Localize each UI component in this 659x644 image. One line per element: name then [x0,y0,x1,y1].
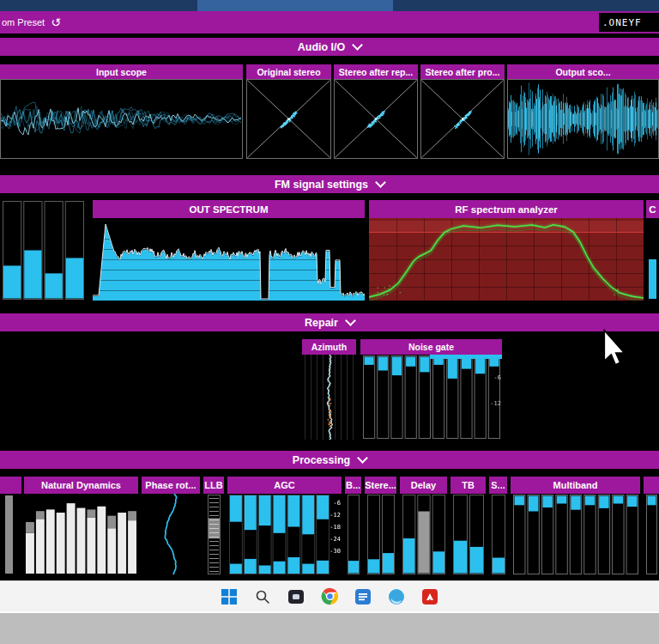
panel-input-scope-header[interactable]: Input scope [0,64,243,79]
panel-rf-analyzer-header[interactable]: RF spectrum analyzer [369,200,644,218]
panel-natural-dynamics: Natural Dynamics [24,477,138,575]
multiband-canvas [511,494,640,575]
panel-phase-rotator: Phase rot... [142,477,200,575]
panel-natural-dynamics-header[interactable]: Natural Dynamics [24,477,138,494]
input-scope-canvas [1,80,242,158]
panel-out-spectrum-body [93,218,365,301]
panel-tb-body [450,494,486,575]
panel-llb: LLB [203,477,224,575]
panel-original-stereo-body [246,79,331,159]
panel-llb-title: LLB [204,480,222,490]
section-title-audio-io: Audio I/O [298,41,346,53]
red-app-icon [421,588,438,605]
panel-proc-left-partial-body [0,494,21,575]
undo-icon[interactable]: ↺ [51,16,61,28]
panel-noise-gate-body: -6 -12 [360,355,502,440]
noise-gate-tick-label: -6 [494,375,501,381]
panel-tb-header[interactable]: TB [450,477,486,494]
taskbar-document-app-button[interactable] [352,585,375,608]
section-header-fm-signal[interactable]: FM signal settings [0,175,659,193]
rf-analyzer-canvas [369,218,644,301]
fm-left-meters-canvas [0,200,86,301]
panel-stereo-header[interactable]: Stere... [365,477,396,494]
panel-stereo-after-processing-header[interactable]: Stereo after pro... [420,64,505,79]
proc-right-meter-canvas [644,494,659,575]
panel-llb-body [203,494,224,575]
taskbar-red-app-button[interactable] [419,585,442,608]
panel-proc-left-partial-header[interactable] [0,477,21,494]
document-app-icon [354,588,372,605]
panel-azimuth-header[interactable]: Azimuth [302,339,356,355]
taskbar-dark-app-button[interactable] [285,585,308,608]
section-header-processing[interactable]: Processing [0,451,659,469]
panel-proc-right-partial-header[interactable] [644,477,659,494]
fm-right-meter-canvas [646,218,659,301]
panel-fm-right-partial-header[interactable]: C [646,200,659,218]
panel-output-scope-body [507,79,659,159]
panel-agc: AGC [227,477,342,575]
panel-stereo: Stere... [365,477,396,575]
panel-out-spectrum-title: OUT SPECTRUM [190,204,269,215]
panel-out-spectrum-header[interactable]: OUT SPECTRUM [93,200,365,218]
panel-stereo-after-processing-title: Stereo after pro... [426,67,500,77]
panel-bass-title: B... [346,480,360,490]
panel-original-stereo-title: Original stereo [257,67,320,77]
panel-delay-header[interactable]: Delay [400,477,447,494]
section-header-repair[interactable]: Repair [0,313,659,331]
app-screen: om Preset ↺ .ONEYF Audio I/O FM signal s… [0,0,659,644]
section-header-audio-io[interactable]: Audio I/O [0,38,659,56]
panel-azimuth: Azimuth [302,339,356,440]
taskbar-start-button[interactable] [218,585,241,608]
llb-canvas [203,494,224,575]
stereo-after-processing-canvas [421,80,504,158]
original-stereo-canvas [247,80,330,158]
panel-output-scope-header[interactable]: Output sco... [507,64,659,79]
panel-multiband-header[interactable]: Multiband [511,477,640,494]
panel-proc-left-partial [0,477,21,575]
panel-delay-title: Delay [411,480,436,490]
panel-multiband: Multiband [511,477,640,575]
toolbar: om Preset ↺ .ONEYF [0,11,659,33]
taskbar-chrome-button[interactable] [318,585,342,608]
taskbar-edge-button[interactable] [385,585,408,608]
taskbar-search-button[interactable] [251,585,275,608]
panel-agc-header[interactable]: AGC [227,477,342,494]
panel-fm-right-partial-body [646,218,659,301]
panel-bass-header[interactable]: B... [345,477,361,494]
panel-agc-title: AGC [274,480,294,490]
panel-proc-right-partial-body [644,494,659,575]
chevron-down-icon [345,315,356,326]
panel-azimuth-body [302,355,356,440]
bottom-strip [0,611,659,644]
window-tab [197,0,393,11]
panel-singleband: S... [489,477,507,575]
panel-llb-header[interactable]: LLB [203,477,224,494]
chrome-icon [321,587,339,605]
taskbar-icons [218,585,442,608]
chevron-down-icon [352,39,363,51]
panel-fm-left-partial-body [0,200,86,301]
agc-canvas [227,494,342,575]
singleband-meter-canvas [489,494,507,575]
natural-dynamics-canvas [24,494,138,575]
panel-stereo-after-repair-header[interactable]: Stereo after rep... [334,64,418,79]
panel-proc-right-partial [644,477,659,575]
panel-phase-rotator-header[interactable]: Phase rot... [142,477,200,494]
panel-tb-title: TB [462,480,475,490]
phase-rotator-canvas [142,494,200,575]
panel-original-stereo-header[interactable]: Original stereo [246,64,331,79]
lcd-display: .ONEYF [599,13,659,32]
proc-left-meter-canvas [0,494,21,575]
dark-app-icon [287,588,305,605]
preset-label[interactable]: om Preset [2,17,45,27]
panel-bass: B... [345,477,361,575]
panel-out-spectrum: OUT SPECTRUM [93,200,365,301]
panel-singleband-header[interactable]: S... [489,477,507,494]
edge-icon [388,588,405,605]
panel-stereo-after-repair-body [334,79,418,159]
bass-meter-canvas [345,494,361,575]
panel-multiband-body [511,494,640,575]
panel-noise-gate-header[interactable]: Noise gate [360,339,502,355]
panel-multiband-title: Multiband [553,480,598,490]
panel-output-scope-title: Output sco... [555,67,610,77]
